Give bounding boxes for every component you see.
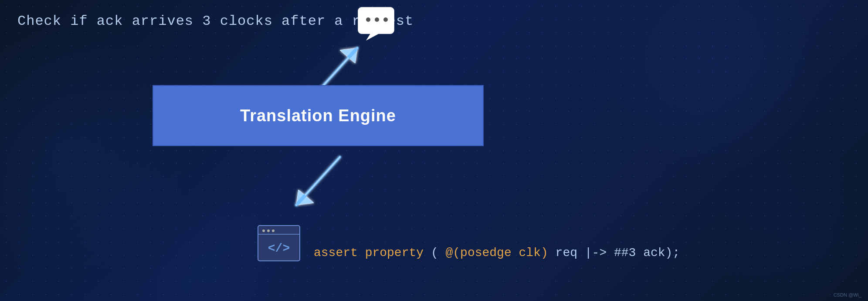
code-terminal-icon: </> — [257, 225, 301, 262]
svg-point-11 — [267, 229, 270, 232]
watermark-text: CSDN @Wi_ — [834, 292, 861, 298]
svl-code-text: assert property ( @(posedge clk) req |->… — [314, 246, 680, 260]
translation-engine-box: Translation Engine — [153, 85, 484, 146]
svg-point-2 — [366, 17, 370, 22]
svg-text:</>: </> — [268, 242, 290, 255]
code-property: property — [365, 246, 424, 260]
arrow-down-icon — [283, 148, 353, 220]
code-assert: assert — [314, 246, 358, 260]
svg-point-3 — [375, 17, 379, 22]
svg-point-10 — [262, 229, 265, 232]
title-text: Check if ack arrives 3 clocks after a re… — [17, 13, 414, 29]
code-rest: req |-> ##3 ack); — [556, 246, 680, 260]
svg-point-12 — [272, 229, 275, 232]
svg-point-4 — [383, 17, 388, 22]
code-posedge: @(posedge — [446, 246, 512, 260]
svg-marker-8 — [296, 190, 314, 205]
code-clk: clk) — [519, 246, 548, 260]
translation-engine-label: Translation Engine — [240, 106, 396, 125]
svg-marker-6 — [340, 48, 357, 63]
code-open-paren: ( — [431, 246, 438, 260]
